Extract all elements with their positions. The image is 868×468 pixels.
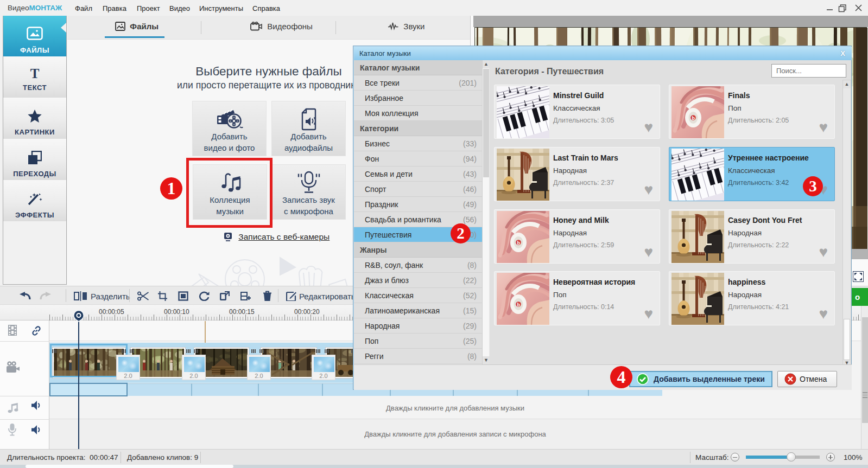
- svg-text:b: b: [517, 302, 521, 307]
- svg-text:b: b: [517, 240, 521, 246]
- svg-text:b: b: [692, 116, 695, 121]
